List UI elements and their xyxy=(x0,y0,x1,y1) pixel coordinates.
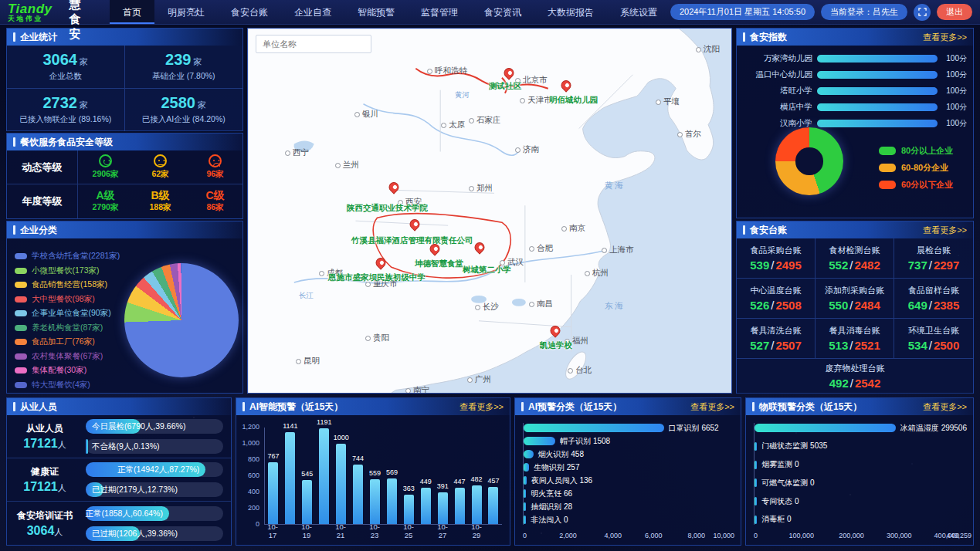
menu-item-selfcheck[interactable]: 企业自查 xyxy=(281,0,344,24)
category-legend: 学校含幼托食堂(2281家) 小微型餐饮(173家) 食品销售经营(158家) … xyxy=(15,249,120,392)
bar[interactable]: 569 xyxy=(387,478,397,524)
bar[interactable] xyxy=(524,476,527,485)
menu-item-supervision[interactable]: 监督管理 xyxy=(408,0,471,24)
map-pin[interactable] xyxy=(504,68,514,78)
ledger-cell: 晨检台账737/2297 xyxy=(894,238,973,279)
map-pin[interactable] xyxy=(376,258,386,268)
legend-swatch xyxy=(15,382,27,388)
stat-unit: 家 xyxy=(80,100,88,110)
menu-item-settings[interactable]: 系统设置 xyxy=(607,0,670,24)
menu-item-news[interactable]: 食安资讯 xyxy=(471,0,534,24)
iot-category-bar-chart: 冰箱温湿度 299506 门磁状态监测 5035 烟雾监测 0 可燃气体监测 0… xyxy=(754,423,967,525)
marker-label-kaidi-school[interactable]: 凯迪学校 xyxy=(540,340,572,351)
progress-text: 正常(1858人,60.64%) xyxy=(86,506,163,521)
map-pin[interactable] xyxy=(389,182,399,192)
bar[interactable] xyxy=(754,461,757,469)
legend-item[interactable]: 特大型餐饮(4家) xyxy=(15,378,120,393)
legend-item[interactable]: 大中型餐饮(98家) xyxy=(15,292,120,307)
bar[interactable]: 767 xyxy=(268,462,278,524)
bar[interactable] xyxy=(754,516,757,524)
bar[interactable]: 391 xyxy=(438,492,448,524)
bar[interactable]: 744 xyxy=(353,465,363,525)
panel-enterprise-category: 企业分类 学校含幼托食堂(2281家) 小微型餐饮(173家) 食品销售经营(1… xyxy=(6,221,243,394)
marker-label-second-primary[interactable]: 树城第二小学 xyxy=(463,265,511,276)
legend-item[interactable]: 集体配餐(30家) xyxy=(15,363,120,378)
logout-button[interactable]: 退出 xyxy=(937,4,972,20)
marker-label-test-community[interactable]: 测试社区 xyxy=(489,81,521,92)
bar[interactable]: 449 xyxy=(421,488,431,524)
legend-item[interactable]: 60分以下企业 xyxy=(879,178,953,191)
score-donut-chart[interactable] xyxy=(775,127,843,195)
staff-total: 17121 xyxy=(23,480,58,493)
china-map[interactable]: 黄海 东海 黄河 长江 沈阳 呼和浩特 北京市 天津市 平壤 首尔 银川 石家庄… xyxy=(247,28,732,394)
legend-item[interactable]: 养老机构食堂(87家) xyxy=(15,321,120,336)
menu-item-kitchen[interactable]: 明厨亮灶 xyxy=(154,0,218,24)
bar[interactable] xyxy=(524,437,555,445)
bar[interactable] xyxy=(524,424,664,432)
view-more-link[interactable]: 查看更多>> xyxy=(690,401,734,413)
bar[interactable] xyxy=(754,497,757,505)
neutral-face-icon xyxy=(154,154,167,167)
fullscreen-icon xyxy=(918,8,927,16)
progress-text: 已过期(1206人,39.36%) xyxy=(92,526,178,541)
legend-item[interactable]: 食品销售经营(158家) xyxy=(15,278,120,292)
bar[interactable] xyxy=(524,502,526,511)
bar[interactable]: 447 xyxy=(455,488,465,524)
marker-label-shaanxi-college[interactable]: 陕西交通职业技术学院 xyxy=(347,203,428,214)
bar[interactable]: 559 xyxy=(370,479,380,524)
bar[interactable]: 363 xyxy=(404,495,414,524)
fullscreen-button[interactable] xyxy=(914,4,931,21)
view-more-link[interactable]: 查看更多>> xyxy=(923,401,967,413)
bar[interactable]: 457 xyxy=(488,487,498,524)
legend-swatch xyxy=(15,296,27,303)
donut-legend: 80分以上企业 60-80分企业 60分以下企业 xyxy=(879,144,953,195)
legend-item[interactable]: 农村集体聚餐(67家) xyxy=(15,350,120,364)
river-label-yangtze: 长江 xyxy=(299,291,314,301)
school-score: 100分 xyxy=(938,118,967,129)
legend-swatch xyxy=(879,181,896,189)
menu-item-ai-alert[interactable]: 智能预警 xyxy=(344,0,408,24)
map-pin[interactable] xyxy=(551,326,561,336)
bar[interactable]: 1000 xyxy=(336,444,346,524)
city-shenyang: 沈阳 xyxy=(696,44,720,55)
marker-label-zhuxi-hotel[interactable]: 竹溪县福泽酒店管理有限责任公司 xyxy=(351,235,473,246)
bar[interactable] xyxy=(524,450,534,458)
marker-label-kunde-canteen[interactable]: 坤德智慧食堂 xyxy=(415,259,463,269)
map-pin[interactable] xyxy=(430,244,440,254)
view-more-link[interactable]: 查看更多>> xyxy=(923,32,967,43)
bar[interactable] xyxy=(524,489,526,498)
legend-item[interactable]: 80分以上企业 xyxy=(879,144,953,157)
bar[interactable]: 545 xyxy=(302,480,312,524)
panel-ledger: 食安台账 查看更多>> 食品采购台账539/2495 食材检测台账552/248… xyxy=(736,221,974,394)
bar[interactable]: 482 xyxy=(472,485,482,524)
legend-item[interactable]: 食品加工厂(76家) xyxy=(15,335,120,350)
map-pin[interactable] xyxy=(475,242,485,252)
map-pin[interactable] xyxy=(561,80,571,90)
legend-item[interactable]: 60-80分企业 xyxy=(879,161,953,174)
map-search-input[interactable] xyxy=(256,35,371,53)
progress-unqualified: 不合格(9人,0.13%) xyxy=(86,439,223,454)
legend-item[interactable]: 学校含幼托食堂(2281家) xyxy=(15,249,120,264)
marker-label-enshi-school[interactable]: 恩施市盛家坝民族初级中学 xyxy=(328,272,426,283)
bar[interactable] xyxy=(754,424,896,432)
map-pin[interactable] xyxy=(410,219,420,229)
bar[interactable] xyxy=(524,463,529,472)
grade-label: A级 xyxy=(96,190,114,201)
annual-level-row: 年度等级 A级 2790家 B级 188家 C级 86家 xyxy=(7,184,242,218)
legend-item[interactable]: 小微型餐饮(173家) xyxy=(15,264,120,279)
menu-item-home[interactable]: 首页 xyxy=(110,0,154,24)
view-more-link[interactable]: 查看更多>> xyxy=(459,401,504,413)
marker-label-kindergarten[interactable]: 明佰城幼儿园 xyxy=(549,95,598,106)
enterprise-category-pie-chart[interactable] xyxy=(124,263,239,377)
bar[interactable] xyxy=(524,516,526,524)
city-seoul: 首尔 xyxy=(677,129,701,140)
legend-item[interactable]: 企事业单位食堂(90家) xyxy=(15,306,120,321)
view-more-link[interactable]: 查看更多>> xyxy=(923,225,967,236)
menu-item-ledger[interactable]: 食安台账 xyxy=(218,0,281,24)
bar[interactable]: 1191 xyxy=(319,428,329,524)
bar[interactable]: 1141 xyxy=(285,432,295,524)
menu-item-bigdata-report[interactable]: 大数据报告 xyxy=(534,0,607,24)
panel-ai-alert-categories: AI预警分类（近15天） 查看更多>> 口罩识别 6652 帽子识别 1508 … xyxy=(514,397,741,546)
bar[interactable] xyxy=(754,442,757,451)
bar[interactable] xyxy=(754,478,757,487)
